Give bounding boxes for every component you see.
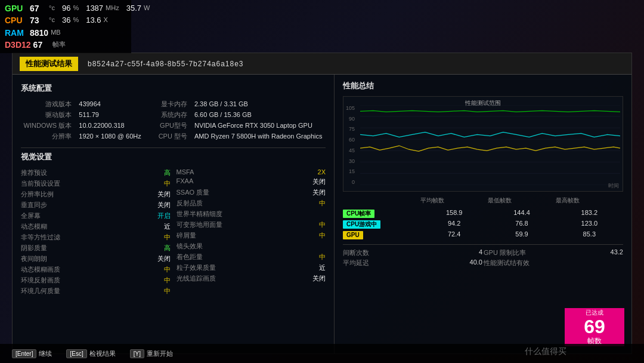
vs-row: 非等方性过滤中 [21, 232, 171, 242]
chart-y-tick: 0 [346, 179, 355, 185]
visual-settings-title: 视觉设置 [21, 152, 326, 162]
vs-row: 推荐预设高 [21, 167, 171, 178]
stat-max: 123.0 [556, 220, 623, 227]
vs-row: 夜间朗朗关闭 [21, 253, 171, 264]
legend-badge: CPU帧率 [343, 210, 374, 218]
vs-row: SSAO 质量关闭 [177, 187, 326, 198]
hud-cpu-temp: 73 [30, 14, 47, 26]
hud-gpu-load: 96 [62, 3, 70, 14]
vs-row: 阴影质量高 [21, 242, 171, 253]
header-hash: b8524a27-c55f-4a98-8b55-7b274a6a18e3 [88, 60, 244, 68]
hud-overlay: GPU 67 °c 96 % 1387 MHz 35.7 W CPU 73 °c… [0, 0, 131, 53]
vs-row: MSFA2X [177, 167, 326, 176]
main-panel: 性能测试结果 b8524a27-c55f-4a98-8b55-7b274a6a1… [12, 53, 632, 354]
extra-stat-row: GPU 限制比率43.2 [484, 248, 623, 257]
hud-gpu-temp-unit: °c [49, 4, 55, 13]
hud-gpu-load-unit: % [73, 4, 79, 13]
vs-row: 垂直同步关闭 [21, 199, 171, 210]
right-column: 性能总结 性能测试范围 1059075604530150 [335, 75, 631, 353]
stats-row: CPU帧率 158.9 144.4 183.2 [343, 207, 623, 218]
vs-row: 碎屑量中 [177, 230, 326, 241]
hud-gpu-temp: 67 [30, 2, 47, 14]
extra-stat-row: 性能测试结有效 [484, 259, 623, 267]
chart-y-tick: 90 [346, 116, 355, 122]
legend-badge: GPU [343, 231, 363, 239]
vs-right: MSFA2XFXAA关闭SSAO 质量关闭反射品质中世界半精精细度可变形地用面量… [177, 167, 326, 296]
col-min-label: 最低帧数 [488, 196, 555, 205]
stat-max: 183.2 [556, 209, 623, 216]
hud-cpu-label: CPU [5, 14, 27, 26]
hud-ram-unit: MB [51, 28, 61, 38]
vs-row: FXAA关闭 [177, 176, 326, 187]
header-title: 性能测试结果 [20, 57, 78, 71]
hud-gpu-freq: 1387 [86, 3, 103, 14]
col-max-label: 最高帧数 [556, 196, 623, 205]
score-badge: 已达成 69 帧数 [565, 308, 624, 346]
vs-row: 反射品质中 [177, 198, 326, 208]
visual-settings-grid: 推荐预设高当前预设设置中分辨率比例关闭垂直同步关闭全屏幕开启动态模糊近非等方性过… [21, 167, 326, 296]
stat-max: 85.3 [556, 230, 623, 238]
chart-y-tick: 30 [346, 158, 355, 164]
chart-svg [360, 105, 620, 185]
config-row: 分辨率1920 × 1080 @ 60HzCPU 型号AMD Ryzen 7 5… [21, 131, 326, 141]
vs-row: 可变形地用面量中 [177, 219, 326, 230]
stats-header: 平均帧数 最低帧数 最高帧数 [343, 196, 623, 205]
vs-row: 全屏幕开启 [21, 210, 171, 221]
stat-min: 59.9 [488, 230, 555, 238]
hud-ram-label: RAM [5, 27, 27, 39]
chart-y-axis: 1059075604530150 [343, 105, 357, 185]
score-number: 69 [584, 317, 605, 336]
divider-1 [21, 147, 326, 148]
vs-row: 当前预设设置中 [21, 178, 171, 189]
vs-row: 环境几何质量中 [21, 285, 171, 296]
stat-min: 144.4 [488, 209, 555, 216]
hud-ram-val: 8810 [30, 27, 48, 39]
chart-y-tick: 105 [346, 105, 355, 111]
system-config-table: 游戏版本439964显卡内存2.38 GB / 3.31 GB驱动版本511.7… [21, 99, 326, 141]
content-area: 系统配置 游戏版本439964显卡内存2.38 GB / 3.31 GB驱动版本… [13, 75, 631, 353]
stat-min: 76.8 [488, 220, 555, 227]
vs-row: 着色距量中 [177, 251, 326, 262]
extra-stat-row: 间断次数4 [343, 248, 482, 257]
vs-row: 环境反射画质中 [21, 275, 171, 285]
vs-row: 粒子效果质量近 [177, 262, 326, 273]
system-config-title: 系统配置 [21, 83, 326, 94]
vs-row: 世界半精精细度 [177, 208, 326, 219]
vs-row: 光线追踪画质关闭 [177, 273, 326, 284]
hud-gpu-label: GPU [5, 2, 27, 14]
chart-x-label: 时间 [608, 182, 619, 190]
stats-row: GPU 72.4 59.9 85.3 [343, 229, 623, 239]
hud-d3-val: 67 [33, 39, 50, 51]
chart-y-tick: 75 [346, 126, 355, 132]
stats-row: CPU游戏中 94.2 76.8 123.0 [343, 218, 623, 229]
hud-gpu-freq-unit: MHz [106, 4, 119, 13]
extra-stats: 间断次数4GPU 限制比率43.2平均延迟40.0性能测试结有效 [343, 244, 623, 267]
hud-cpu-temp-unit: °c [49, 16, 55, 25]
perf-summary-title: 性能总结 [343, 81, 623, 91]
config-row: 驱动版本511.79系统内存6.60 GB / 15.36 GB [21, 109, 326, 120]
chart-y-tick: 15 [346, 168, 355, 174]
vs-row: 分辨率比例关闭 [21, 189, 171, 199]
watermark: 什么值得买 [525, 346, 566, 357]
bottom-hint: [Enter]继续 [12, 349, 52, 358]
hud-d3-label: D3D12 [5, 39, 31, 51]
hud-gpu-power-unit: W [144, 4, 150, 13]
config-row: WINDOWS 版本10.0.22000.318GPU型号NVIDIA GeFo… [21, 120, 326, 131]
vs-row: 动态模糊画质中 [21, 264, 171, 275]
performance-chart: 性能测试范围 1059075604530150 [343, 96, 623, 192]
bottom-hint: [Esc]检视结果 [66, 349, 115, 358]
col-avg-label: 平均帧数 [420, 196, 488, 205]
vs-row: 镜头效果 [177, 241, 326, 251]
hud-d3-unit: 帧率 [52, 40, 66, 50]
left-column: 系统配置 游戏版本439964显卡内存2.38 GB / 3.31 GB驱动版本… [13, 75, 335, 353]
legend-badge: CPU游戏中 [343, 220, 380, 229]
extra-stat-row: 平均延迟40.0 [343, 259, 482, 267]
hud-cpu-freq: 13.6 [86, 15, 101, 26]
config-row: 游戏版本439964显卡内存2.38 GB / 3.31 GB [21, 99, 326, 109]
vs-left: 推荐预设高当前预设设置中分辨率比例关闭垂直同步关闭全屏幕开启动态模糊近非等方性过… [21, 167, 171, 296]
hud-cpu-load-unit: % [73, 16, 79, 25]
vs-row: 动态模糊近 [21, 221, 171, 232]
hud-cpu-load: 36 [62, 15, 70, 26]
stats-rows: CPU帧率 158.9 144.4 183.2CPU游戏中 94.2 76.8 … [343, 207, 623, 239]
hud-cpu-freq-unit: X [103, 16, 107, 25]
